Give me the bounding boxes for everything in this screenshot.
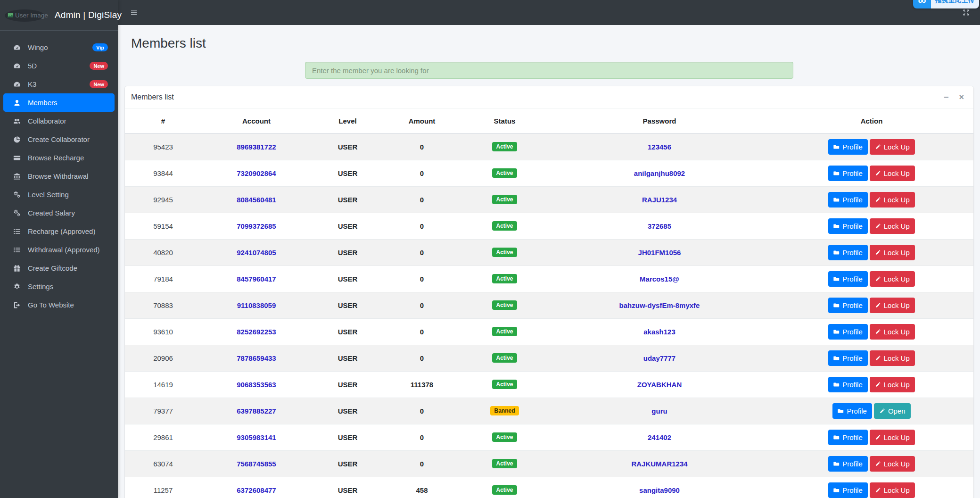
lock-up-button[interactable]: Lock Up [870, 324, 915, 340]
button-label: Lock Up [884, 275, 910, 283]
sidebar-item-create-collaborator[interactable]: Create Collaborator [3, 130, 115, 149]
profile-button[interactable]: Profile [828, 245, 868, 260]
lock-up-button[interactable]: Lock Up [870, 218, 915, 234]
table-row: 146199068353563USER111378ActiveZOYABKHAN… [125, 371, 973, 398]
password-link[interactable]: JH01FM1056 [638, 249, 681, 257]
sidebar-item-browse-recharge[interactable]: Browse Recharge [3, 149, 115, 167]
password-link[interactable]: 123456 [648, 143, 671, 151]
hamburger-menu-icon[interactable] [130, 9, 138, 17]
profile-button[interactable]: Profile [828, 271, 868, 287]
password-link[interactable]: uday7777 [643, 354, 675, 362]
upload-widget[interactable]: ∞ 拖拽至此上传 [913, 0, 979, 8]
password-link[interactable]: Marcos15@ [640, 275, 679, 283]
password-link[interactable]: akash123 [643, 328, 675, 336]
sidebar-item-label: Created Salary [28, 209, 75, 217]
sidebar-item-browse-withdrawal[interactable]: Browse Withdrawal [3, 167, 115, 185]
profile-button[interactable]: Profile [828, 218, 868, 234]
status-badge: Active [492, 485, 517, 495]
minimize-icon[interactable]: − [944, 93, 949, 101]
account-link[interactable]: 9241074805 [237, 249, 276, 257]
sidebar-item-settings[interactable]: Settings [3, 277, 115, 296]
profile-button[interactable]: Profile [828, 456, 868, 472]
status-badge: Active [492, 248, 517, 257]
password-link[interactable]: ZOYABKHAN [637, 381, 682, 389]
account-link[interactable]: 8084560481 [237, 196, 276, 204]
badge-new: New [90, 62, 108, 70]
sidebar-item-go-to-website[interactable]: Go To Website [3, 296, 115, 314]
sidebar-item-created-salary[interactable]: Created Salary [3, 204, 115, 222]
button-label: Lock Up [884, 143, 910, 151]
fullscreen-icon[interactable] [963, 9, 970, 16]
profile-button[interactable]: Profile [828, 350, 868, 366]
folder-icon [833, 434, 840, 440]
sidebar-item-withdrawal-approved[interactable]: Withdrawal (Approved) [3, 241, 115, 259]
lock-up-button[interactable]: Lock Up [870, 271, 915, 287]
action-buttons: ProfileOpen [832, 403, 910, 419]
password-link[interactable]: anilganjhu8092 [634, 169, 685, 177]
profile-button[interactable]: Profile [828, 166, 868, 181]
profile-button[interactable]: Profile [828, 482, 868, 498]
lock-up-button[interactable]: Lock Up [870, 377, 915, 392]
table-row: 630747568745855USER0ActiveRAJKUMAR1234Pr… [125, 450, 973, 477]
account-link[interactable]: 7568745855 [237, 460, 276, 468]
profile-button[interactable]: Profile [828, 139, 868, 155]
profile-button[interactable]: Profile [828, 377, 868, 392]
sidebar-item-5d[interactable]: 5DNew [3, 57, 115, 75]
action-buttons: ProfileLock Up [828, 218, 915, 234]
member-search-input[interactable] [305, 62, 793, 79]
account-link[interactable]: 9110838059 [237, 301, 276, 309]
lock-up-button[interactable]: Lock Up [870, 482, 915, 498]
lock-up-button[interactable]: Lock Up [870, 350, 915, 366]
password-link[interactable]: RAJU1234 [642, 196, 677, 204]
lock-up-button[interactable]: Lock Up [870, 298, 915, 313]
account-link[interactable]: 9068353563 [237, 381, 276, 389]
broken-image-icon [7, 12, 14, 19]
infinity-logo-icon: ∞ [913, 0, 931, 8]
account-link[interactable]: 6372608477 [237, 486, 276, 494]
profile-button[interactable]: Profile [832, 403, 872, 419]
account-link[interactable]: 8969381722 [237, 143, 276, 151]
amount-cell: 0 [384, 160, 460, 186]
lock-up-button[interactable]: Lock Up [870, 456, 915, 472]
sidebar-item-k3[interactable]: K3New [3, 75, 115, 93]
lock-up-button[interactable]: Lock Up [870, 192, 915, 208]
account-link[interactable]: 6397885227 [237, 407, 276, 415]
amount-cell: 0 [384, 186, 460, 213]
sidebar-item-recharge-approved[interactable]: Recharge (Approved) [3, 222, 115, 241]
password-link[interactable]: 372685 [648, 222, 671, 230]
profile-button[interactable]: Profile [828, 430, 868, 445]
sidebar-item-create-giftcode[interactable]: Create Giftcode [3, 259, 115, 277]
pencil-icon [875, 461, 881, 467]
account-link[interactable]: 7099372685 [237, 222, 276, 230]
password-link[interactable]: RAJKUMAR1234 [631, 460, 687, 468]
action-buttons: ProfileLock Up [828, 271, 915, 287]
account-link[interactable]: 8457960417 [237, 275, 276, 283]
open-button[interactable]: Open [874, 403, 911, 419]
lock-up-button[interactable]: Lock Up [870, 166, 915, 181]
profile-button[interactable]: Profile [828, 192, 868, 208]
password-link[interactable]: bahzuw-dysfEm-8myxfe [619, 301, 700, 309]
account-link[interactable]: 9305983141 [237, 433, 276, 441]
sidebar-item-level-setting[interactable]: Level Setting [3, 185, 115, 204]
password-link[interactable]: sangita9090 [639, 486, 680, 494]
profile-button[interactable]: Profile [828, 298, 868, 313]
level-cell: USER [312, 186, 384, 213]
account-link[interactable]: 7320902864 [237, 169, 276, 177]
close-icon[interactable]: × [959, 93, 964, 101]
password-link[interactable]: 241402 [648, 433, 671, 441]
folder-icon [833, 382, 840, 388]
sidebar-item-wingo[interactable]: WingoVip [3, 38, 115, 57]
sidebar-item-members[interactable]: Members [3, 93, 115, 112]
brand: User Image Admin | DigiSlay [0, 0, 118, 31]
account-link[interactable]: 7878659433 [237, 354, 276, 362]
password-link[interactable]: guru [651, 407, 667, 415]
lock-up-button[interactable]: Lock Up [870, 245, 915, 260]
account-link[interactable]: 8252692253 [237, 328, 276, 336]
action-buttons: ProfileLock Up [828, 192, 915, 208]
lock-up-button[interactable]: Lock Up [870, 139, 915, 155]
status-badge: Active [492, 459, 517, 468]
sidebar-item-collaborator[interactable]: Collaborator [3, 112, 115, 130]
folder-icon [833, 276, 840, 282]
lock-up-button[interactable]: Lock Up [870, 430, 915, 445]
profile-button[interactable]: Profile [828, 324, 868, 340]
